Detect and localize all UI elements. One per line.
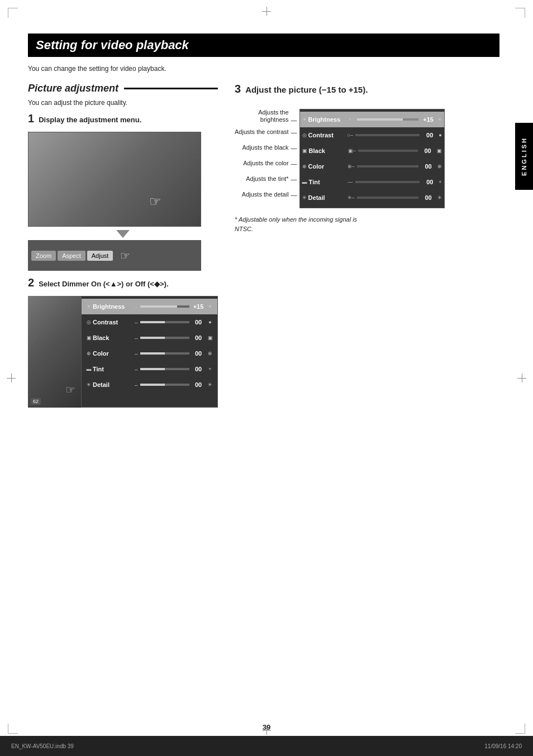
adj-bar-color — [140, 352, 189, 355]
r-val-contrast: 00 — [422, 132, 437, 138]
tab-zoom: Zoom — [31, 251, 56, 261]
bottom-bar-right: 11/09/16 14:20 — [484, 743, 522, 749]
step1-screen: ☞ — [28, 132, 201, 227]
label-color: Adjusts the color — — [235, 156, 297, 171]
corner-mark-tl — [8, 8, 18, 18]
r-color-icon-r: ⊕ — [437, 164, 442, 169]
r-tint-icon-r: + — [439, 179, 441, 185]
brightness-icon-left: ☀ — [85, 304, 93, 309]
hand-cursor-2: ☞ — [65, 383, 75, 396]
label-contrast: Adjusts the contrast — — [235, 125, 297, 140]
arrow-down-1 — [28, 230, 218, 238]
label-detail: Adjusts the detail — — [235, 187, 297, 203]
step2-container: 2 Select Dimmer On (<▲>) or Off (<◆>). ☞… — [28, 276, 218, 408]
adj-label-brightness: Brightness — [93, 303, 135, 310]
adj-row-tint: ▬ Tint – 00 + — [82, 361, 217, 377]
page-number: 39 — [263, 723, 270, 731]
hand-cursor-1: ☞ — [149, 194, 161, 209]
adj-minus-contrast: – — [135, 319, 138, 326]
step1-screen-bg — [28, 132, 201, 226]
section-description: You can adjust the picture quality. — [28, 99, 218, 107]
r-bar-brightness — [357, 118, 418, 121]
label-brightness: Adjusts the brightness — — [235, 109, 297, 125]
adj-minus-brightness: – — [135, 304, 138, 310]
r-minus-brightness: ☀– — [348, 117, 355, 122]
adj-bar-tint — [140, 368, 189, 370]
color-icon-right: ⊕ — [206, 351, 214, 356]
tint-icon-right: + — [206, 366, 214, 372]
step2-screen-side: ☞ 62 — [28, 296, 81, 408]
language-label: ENGLISH — [521, 137, 527, 176]
r-black-icon-l: ▣ — [302, 148, 307, 154]
adj-row-right-tint: ▬ Tint — 00 + — [300, 174, 444, 190]
step1-number: 1 — [28, 112, 34, 125]
r-color-icon-l: ⊕ — [302, 164, 307, 169]
r-contrast-icon-r: ● — [439, 132, 441, 138]
r-bar-detail — [357, 197, 418, 199]
adj-label-black: Black — [93, 334, 135, 341]
tab-adjust: Adjust — [87, 251, 113, 261]
r-val-color: 00 — [421, 163, 436, 170]
section-title: Picture adjustment — [28, 83, 118, 94]
step3-label: Adjust the picture (−15 to +15). — [245, 85, 368, 94]
r-bar-contrast — [355, 134, 420, 136]
adj-row-detail: ✳ Detail – 00 ✳ — [82, 377, 217, 393]
label-tint: Adjusts the tint* — — [235, 171, 297, 187]
adj-menu-step2: ☀ Brightness – +15 ☀ ◎ Contrast — [81, 296, 218, 408]
adj-row-black: ▣ Black – 00 ▣ — [82, 330, 217, 346]
step2-number: 2 — [28, 276, 34, 289]
adj-val-tint: 00 — [191, 366, 206, 372]
adj-row-brightness: ☀ Brightness – +15 ☀ — [82, 299, 217, 314]
page-subtitle: You can change the setting for video pla… — [28, 65, 499, 73]
pg-num-box: 62 — [31, 398, 41, 405]
adj-labels-col: Adjusts the brightness — Adjusts the con… — [235, 109, 297, 208]
detail-icon-right: ✳ — [206, 382, 214, 387]
r-label-tint: Tint — [309, 179, 348, 185]
page-number-area: 39 — [0, 723, 533, 731]
r-minus-black: ▣– — [348, 148, 356, 154]
bottom-bar: EN_KW-AV50EU.indb 39 11/09/16 14:20 — [0, 736, 533, 756]
adj-label-contrast: Contrast — [93, 319, 135, 326]
tint-icon-left: ▬ — [85, 366, 93, 372]
adj-row-right-brightness: ☀ Brightness ☀– +15 ☀ — [300, 112, 444, 127]
step1-container: 1 Display the adjustment menu. ☞ Zoom As… — [28, 112, 218, 271]
cross-mark-left — [7, 374, 16, 382]
adj-val-contrast: 00 — [191, 319, 206, 326]
r-black-icon-r: ▣ — [437, 148, 442, 154]
black-icon-right: ▣ — [206, 335, 214, 341]
title-banner: Setting for video playback — [28, 34, 499, 57]
language-tab: ENGLISH — [515, 123, 533, 190]
adj-row-right-color: ⊕ Color ⊕– 00 ⊕ — [300, 159, 444, 174]
r-label-color: Color — [308, 163, 348, 170]
contrast-icon-left: ◎ — [85, 319, 93, 325]
detail-icon-left: ✳ — [85, 382, 93, 387]
r-bar-black — [358, 150, 418, 152]
step2-label: Select Dimmer On (<▲>) or Off (<◆>). — [39, 280, 168, 288]
adj-label-tint: Tint — [93, 366, 135, 372]
step3-diagram: Adjusts the brightness — Adjusts the con… — [235, 109, 499, 208]
adj-bar-contrast — [140, 321, 189, 323]
r-val-detail: 00 — [421, 194, 436, 201]
heading-line — [124, 88, 218, 89]
adj-minus-color: – — [135, 351, 138, 357]
cross-mark-right — [517, 374, 526, 382]
page-title: Setting for video playback — [36, 38, 492, 52]
r-minus-tint: — — [348, 179, 353, 185]
adj-row-color: ⊕ Color – 00 ⊕ — [82, 346, 217, 361]
two-col-layout: Picture adjustment You can adjust the pi… — [28, 83, 499, 408]
r-label-brightness: Brightness — [308, 116, 348, 123]
r-tint-icon-l: ▬ — [302, 179, 307, 185]
r-minus-detail: ✳– — [348, 195, 355, 200]
r-brightness-icon-l: ☀ — [302, 117, 307, 122]
r-contrast-icon-l: ◎ — [302, 132, 307, 138]
r-bar-tint — [355, 181, 420, 183]
cross-mark-top — [262, 7, 271, 16]
r-val-black: 00 — [420, 147, 436, 154]
adj-bar-brightness — [140, 305, 189, 308]
adj-minus-tint: – — [135, 366, 138, 372]
adj-row-right-black: ▣ Black ▣– 00 ▣ — [300, 143, 444, 159]
adj-val-detail: 00 — [191, 381, 206, 388]
r-val-brightness: +15 — [421, 116, 436, 123]
r-label-contrast: Contrast — [308, 132, 348, 138]
contrast-icon-right: ● — [206, 319, 214, 325]
